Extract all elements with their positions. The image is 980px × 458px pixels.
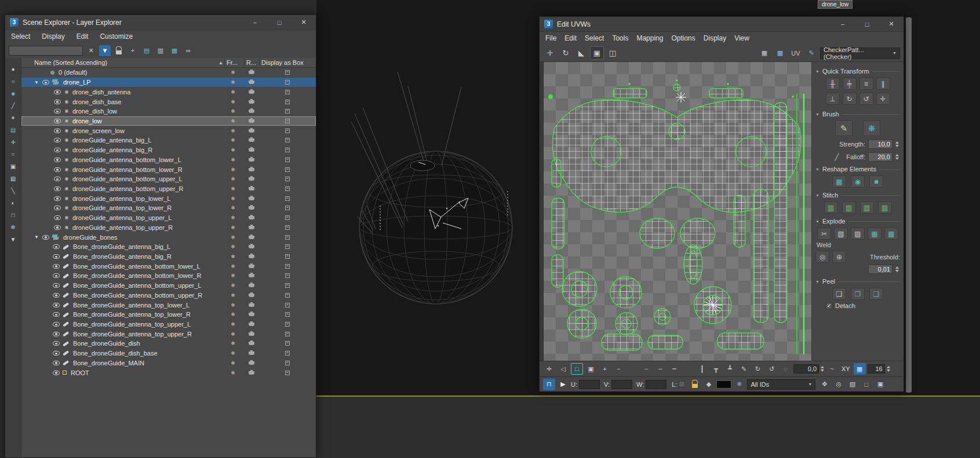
search-input[interactable] [9, 46, 83, 56]
display-as-box-toggle-icon[interactable] [283, 371, 292, 375]
peel-mode-icon[interactable]: ❐ [851, 288, 865, 300]
select-ring-icon[interactable]: ╌ [654, 363, 666, 375]
paint-brush-icon[interactable]: ✎ [738, 363, 750, 375]
show-map-icon[interactable]: ▦ [757, 46, 771, 60]
visibility-eye-icon[interactable] [54, 186, 61, 191]
display-as-box-toggle-icon[interactable] [283, 70, 292, 75]
zoom-selected-icon[interactable]: ▣ [874, 379, 886, 390]
explode-by-smoothing-icon[interactable]: ▧ [834, 228, 848, 240]
display-groups-icon[interactable]: ▣ [8, 162, 19, 170]
make-layer-active-icon[interactable]: ▤ [141, 45, 152, 56]
flatten-custom-icon[interactable]: ▩ [884, 228, 898, 240]
display-xrefs-icon[interactable]: ▧ [8, 174, 19, 182]
edge-vertical-icon[interactable]: ┃ [696, 363, 708, 375]
frozen-toggle-icon[interactable]: ✱ [229, 137, 237, 143]
renderable-toggle-icon[interactable] [247, 129, 256, 133]
visibility-eye-icon[interactable] [54, 138, 61, 142]
uv-canvas[interactable] [544, 62, 811, 361]
visibility-eye-icon[interactable] [54, 100, 61, 104]
column-frozen[interactable]: Fr... [227, 59, 238, 66]
display-as-box-toggle-icon[interactable] [283, 283, 292, 288]
Bone_droneGuide_antenna_bottom_upper_R[interactable]: ▼ Bone_droneGuide_antenna_bottom_upper_R… [21, 291, 316, 301]
add-selection-to-layer-icon[interactable]: ▥ [155, 45, 166, 56]
display-as-box-toggle-icon[interactable] [283, 119, 292, 123]
align-to-bottom-icon[interactable]: ┻ [724, 363, 736, 375]
close-button[interactable]: ✕ [884, 19, 899, 30]
relax-cw-icon[interactable]: ↻ [752, 363, 764, 375]
Bone_droneGuide_antenna_bottom_upper_L[interactable]: ▼ Bone_droneGuide_antenna_bottom_upper_L… [21, 281, 316, 291]
droneGuide_antenna_big_R[interactable]: ▼ droneGuide_antenna_big_R ✱ [21, 145, 316, 155]
subobject-square-icon[interactable]: □ [571, 363, 583, 375]
frozen-toggle-icon[interactable]: ✱ [229, 147, 237, 153]
display-as-box-toggle-icon[interactable] [283, 244, 292, 249]
align-horizontal-icon[interactable]: ╫ [826, 78, 840, 90]
texture-dropdown[interactable]: CheckerPatt...(Checker) ▼ [820, 47, 900, 59]
select-loop-icon[interactable]: ┈ [640, 363, 653, 375]
menu-item[interactable]: Mapping [636, 34, 663, 42]
visibility-eye-icon[interactable] [54, 129, 61, 133]
material-ids-dropdown[interactable]: All IDs ▼ [747, 379, 815, 390]
frozen-toggle-icon[interactable]: ✱ [229, 244, 237, 250]
renderable-toggle-icon[interactable] [247, 177, 256, 181]
column-display-as-box[interactable]: Display as Box [261, 59, 304, 66]
visibility-eye-icon[interactable] [54, 119, 61, 123]
display-as-box-toggle-icon[interactable] [283, 264, 292, 269]
display-cameras-icon[interactable]: ▤ [8, 126, 19, 134]
stitch-custom-icon[interactable]: ▥ [824, 201, 838, 214]
frozen-toggle-icon[interactable]: ✱ [229, 370, 237, 376]
droneGuide_antenna_top_lower_R[interactable]: ▼ droneGuide_antenna_top_lower_R ✱ [21, 203, 316, 213]
Bone_droneGuide_antenna_top_lower_L[interactable]: ▼ Bone_droneGuide_antenna_top_lower_L ✱ [21, 300, 316, 310]
w-field[interactable] [646, 380, 666, 389]
background-color-swatch[interactable] [716, 380, 731, 389]
menu-item[interactable]: File [545, 34, 556, 42]
droneGuide_antenna_top_upper_R[interactable]: ▼ droneGuide_antenna_top_upper_R ✱ [21, 223, 316, 233]
display-as-box-toggle-icon[interactable] [283, 273, 292, 278]
renderable-toggle-icon[interactable] [247, 109, 256, 113]
align-vertical-icon[interactable]: ╪ [843, 78, 857, 90]
linear-align-icon[interactable]: ≡ [859, 78, 873, 90]
explode-by-material-icon[interactable]: ▨ [851, 228, 865, 240]
display-geometry-icon[interactable]: ■ [8, 89, 19, 97]
Bone_droneGuide_MAIN[interactable]: ▼ Bone_droneGuide_MAIN ✱ [21, 358, 316, 368]
frozen-toggle-icon[interactable]: ✱ [229, 283, 237, 288]
menu-item[interactable]: Customize [100, 32, 133, 41]
display-as-box-toggle-icon[interactable] [283, 196, 292, 201]
filter-icon[interactable]: ▼ [99, 45, 111, 56]
grid-snap-icon[interactable]: ▦ [854, 363, 866, 375]
paint-soft-selection-icon[interactable]: ◁ [557, 363, 569, 375]
display-all-icon[interactable]: ● [8, 65, 19, 73]
display-as-box-toggle-icon[interactable] [283, 235, 292, 240]
display-as-box-toggle-icon[interactable] [283, 157, 292, 162]
threshold-field[interactable]: 0,01 [868, 265, 892, 274]
clear-search-icon[interactable]: ✕ [85, 45, 97, 56]
display-as-box-toggle-icon[interactable] [283, 129, 292, 133]
visibility-eye-icon[interactable] [53, 303, 60, 307]
renderable-toggle-icon[interactable] [247, 255, 256, 258]
frozen-toggle-icon[interactable]: ✱ [229, 69, 237, 75]
menu-item[interactable]: Select [585, 34, 604, 42]
minimize-button[interactable]: − [247, 17, 263, 28]
Bone_droneGuide_antenna_big_L[interactable]: ▼ Bone_droneGuide_antenna_big_L ✱ [21, 242, 316, 252]
relax-ccw-icon[interactable]: ↺ [766, 363, 778, 375]
Bone_droneGuide_dish[interactable]: ▼ Bone_droneGuide_dish ✱ [21, 339, 316, 349]
renderable-toggle-icon[interactable] [247, 148, 256, 152]
display-lights-icon[interactable]: ✶ [8, 113, 19, 122]
column-name[interactable]: Name (Sorted Ascending) [21, 59, 107, 66]
detach-checkbox[interactable]: ✓ [826, 303, 832, 309]
frozen-toggle-icon[interactable]: ✱ [229, 89, 237, 95]
renderable-toggle-icon[interactable] [247, 197, 256, 200]
rectangularize-icon[interactable]: ■ [869, 175, 883, 188]
select-edge-loop-icon[interactable]: ┅ [668, 363, 680, 375]
command-panel-scrollbar[interactable] [906, 17, 912, 393]
mirror-icon[interactable]: ◫ [606, 46, 620, 60]
display-as-box-toggle-icon[interactable] [283, 80, 292, 85]
paint-move-brush-icon[interactable]: ✎ [835, 120, 853, 136]
snap-curve-icon[interactable]: ~ [826, 363, 838, 375]
Bone_droneGuide_antenna_bottom_lower_R[interactable]: ▼ Bone_droneGuide_antenna_bottom_lower_R… [21, 271, 316, 281]
display-as-box-toggle-icon[interactable] [283, 332, 292, 336]
drone_dish_antenna[interactable]: ▼ drone_dish_antenna ✱ [21, 87, 316, 97]
falloff-field[interactable]: 20,0 [868, 152, 892, 162]
frozen-toggle-icon[interactable]: ✱ [229, 215, 237, 221]
pan-icon[interactable]: ✥ [818, 379, 830, 390]
flatten-mapping-icon[interactable]: ▦ [868, 228, 881, 240]
